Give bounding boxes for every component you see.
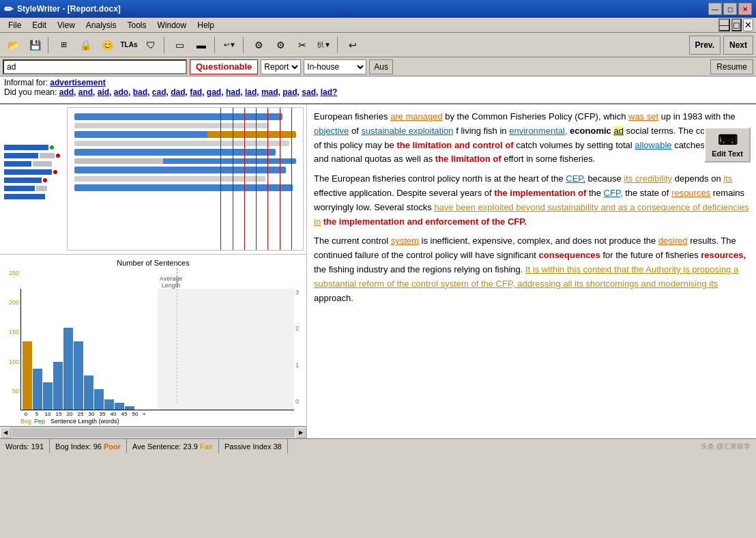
suggest-aid[interactable]: aid, bbox=[98, 87, 112, 97]
sentence-length-chart: Number of Sentences 250 200 150 100 50 bbox=[0, 255, 306, 426]
next-btn[interactable]: Next bbox=[723, 36, 753, 55]
horizontal-scrollbar[interactable]: ◀ ▶ bbox=[0, 426, 306, 438]
system-hl1: system bbox=[391, 236, 419, 246]
maximize-btn[interactable]: ◻ bbox=[723, 3, 737, 15]
y-axis-right: 3 2 1 0 bbox=[294, 268, 304, 417]
context-hl: It is within this context that the Autho… bbox=[314, 264, 738, 289]
cfp-hl2: the CFP. bbox=[492, 216, 527, 227]
resume-button[interactable]: Resume bbox=[710, 59, 753, 74]
bar-50plus bbox=[125, 406, 134, 410]
minimize-btn[interactable]: — bbox=[708, 3, 722, 15]
scroll-right-btn[interactable]: ▶ bbox=[295, 427, 306, 438]
pep-label: Pep bbox=[34, 418, 45, 425]
allowable-hl: allowable bbox=[635, 140, 671, 150]
suggest-add[interactable]: add, bbox=[59, 87, 76, 97]
x-axis-labels: 0 5 10 15 20 25 30 35 40 45 50 + bbox=[20, 411, 294, 417]
settings-btn1[interactable]: ⚙ bbox=[248, 36, 269, 55]
status-bar: Words: 191 Bog Index: 96 Poor Ave Senten… bbox=[0, 438, 756, 453]
style-btn7[interactable]: ▬ bbox=[191, 36, 212, 55]
title-bar: ✏ StyleWriter - [Report.docx] — ◻ ✕ bbox=[0, 0, 756, 18]
suggestions-line: Did you mean: add, and, aid, ado, bad, c… bbox=[4, 87, 752, 97]
passive-status: Passive Index 38 bbox=[219, 439, 288, 453]
bar-row-4 bbox=[4, 169, 63, 175]
suggest-mad[interactable]: mad, bbox=[261, 87, 280, 97]
menu-view[interactable]: View bbox=[52, 19, 81, 31]
settings-btn2[interactable]: ⚙ bbox=[270, 36, 291, 55]
informal-prefix: Informal for: bbox=[4, 78, 50, 87]
impl-hl1: the implementation of bbox=[494, 188, 586, 198]
aus-button[interactable]: Aus bbox=[369, 59, 393, 74]
suggest-lad[interactable]: lad, bbox=[245, 87, 259, 97]
app-min-btn[interactable]: — bbox=[718, 18, 730, 31]
suggest-ado[interactable]: ado, bbox=[114, 87, 131, 97]
prev-btn[interactable]: Prev. bbox=[689, 36, 721, 55]
bar-row-2 bbox=[4, 153, 63, 158]
avg-sentence-status: Ave Sentence: 23.9 Fair bbox=[127, 439, 219, 453]
suggest-bad[interactable]: bad, bbox=[133, 87, 150, 97]
search-input[interactable] bbox=[3, 59, 187, 74]
words-status: Words: 191 bbox=[0, 439, 50, 453]
menu-window[interactable]: Window bbox=[152, 19, 192, 31]
chart-footer: Bog Pep Sentence Length (words) bbox=[3, 418, 304, 425]
open-btn[interactable]: 📂 bbox=[3, 36, 23, 55]
undo-split-btn[interactable]: ↩▼ bbox=[220, 36, 240, 55]
undo-btn[interactable]: ↩ bbox=[343, 36, 363, 55]
style-btn5[interactable]: 🛡 bbox=[141, 36, 161, 55]
consequences-hl: consequences bbox=[539, 250, 600, 260]
suggest-lad2[interactable]: lad? bbox=[321, 87, 338, 97]
bar-row-7 bbox=[4, 194, 63, 199]
bar-0-5 bbox=[23, 341, 32, 410]
avg-rating: Fair bbox=[200, 442, 213, 451]
menu-analysis[interactable]: Analysis bbox=[81, 19, 122, 31]
limitation-hl1: the limitation and control of bbox=[396, 140, 513, 150]
scroll-left-btn[interactable]: ◀ bbox=[0, 427, 11, 438]
app-max-btn[interactable]: ◻ bbox=[731, 18, 742, 31]
window-title: StyleWriter - [Report.docx] bbox=[17, 4, 121, 14]
style-btn2[interactable]: 🔒 bbox=[75, 36, 96, 55]
suggest-dad[interactable]: dad, bbox=[171, 87, 188, 97]
suggest-sad[interactable]: sad, bbox=[302, 87, 318, 97]
edit-text-button[interactable]: ⌨ Edit Text bbox=[704, 127, 751, 162]
top-chart-area bbox=[0, 104, 306, 255]
suggest-gad[interactable]: gad, bbox=[207, 87, 224, 97]
suggest-pad[interactable]: pad, bbox=[282, 87, 300, 97]
style-btn4[interactable]: TLAs bbox=[119, 36, 139, 55]
main-area: Number of Sentences 250 200 150 100 50 bbox=[0, 104, 756, 438]
scroll-track bbox=[12, 429, 294, 437]
suggest-and[interactable]: and, bbox=[78, 87, 96, 97]
bar-row-1 bbox=[4, 145, 63, 150]
suggest-had[interactable]: had, bbox=[226, 87, 243, 97]
save-btn[interactable]: 💾 bbox=[25, 36, 45, 55]
economic-hl: economic bbox=[570, 126, 611, 136]
suggestion-prefix: Did you mean: bbox=[4, 87, 59, 97]
close-btn[interactable]: ✕ bbox=[738, 3, 752, 15]
app-close-btn[interactable]: ✕ bbox=[743, 18, 753, 31]
informal-word[interactable]: advertisement bbox=[50, 78, 105, 87]
style-btn6[interactable]: ▭ bbox=[169, 36, 190, 55]
menu-tools[interactable]: Tools bbox=[122, 19, 152, 31]
suggest-fad[interactable]: fad, bbox=[190, 87, 204, 97]
paragraph-1: European fisheries are managed by the Co… bbox=[314, 110, 749, 167]
bar-row-3 bbox=[4, 161, 63, 167]
document-type-select[interactable]: Report Letter Article bbox=[261, 59, 301, 74]
menu-edit[interactable]: Edit bbox=[27, 19, 52, 31]
bar-15-20 bbox=[53, 362, 63, 410]
suggest-cad[interactable]: cad, bbox=[152, 87, 169, 97]
style-select[interactable]: In-house Plain English bbox=[304, 59, 366, 74]
environmental-hl: environmental, bbox=[509, 126, 567, 136]
menu-help[interactable]: Help bbox=[192, 19, 220, 31]
menu-file[interactable]: File bbox=[3, 19, 27, 31]
style-btn1[interactable]: ⊞ bbox=[53, 36, 74, 55]
chart-title: Number of Sentences bbox=[3, 259, 304, 267]
text-panel: European fisheries are managed by the Co… bbox=[307, 104, 756, 438]
format-btn[interactable]: 扒▼ bbox=[314, 36, 334, 55]
style-grid-chart bbox=[67, 107, 304, 251]
settings-btn3[interactable]: ✂ bbox=[292, 36, 312, 55]
cep-hl: CEP, bbox=[566, 173, 585, 184]
impl-hl2: the implementation and enforcement of bbox=[323, 216, 489, 227]
edit-text-label: Edit Text bbox=[712, 150, 743, 158]
resources-hl: resources bbox=[671, 188, 710, 198]
paragraph-2: The European fisheries control policy no… bbox=[314, 172, 749, 229]
style-btn3[interactable]: 😊 bbox=[97, 36, 117, 55]
bar-30-35 bbox=[84, 376, 93, 410]
